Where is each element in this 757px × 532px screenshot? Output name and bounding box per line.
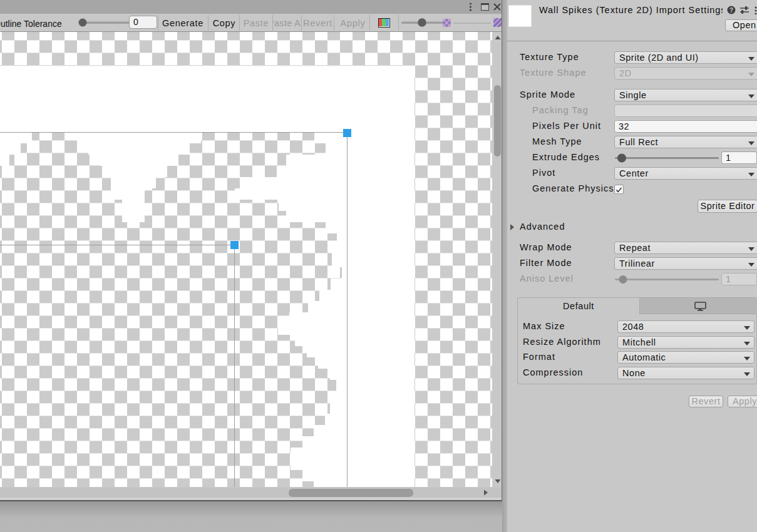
svg-text:?: ? (729, 7, 733, 14)
